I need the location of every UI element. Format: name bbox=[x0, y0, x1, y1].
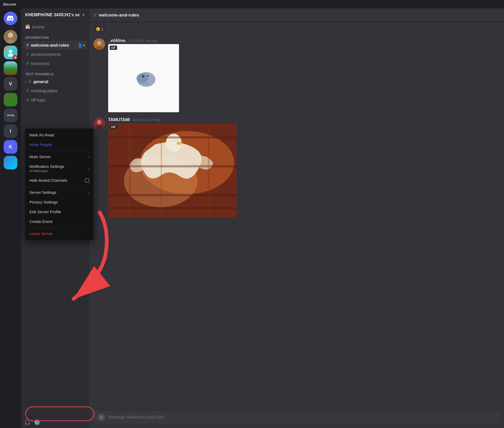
settings-icon[interactable]: ⚙️ bbox=[34, 419, 40, 425]
gif-badge-2: GIF bbox=[110, 125, 117, 129]
svg-point-12 bbox=[141, 82, 142, 84]
reaction-laugh[interactable]: 😆 1 bbox=[93, 26, 106, 32]
svg-point-6 bbox=[97, 41, 102, 45]
server-icon-k[interactable]: K bbox=[4, 140, 17, 154]
title-bar: Discord bbox=[0, 0, 504, 8]
svg-rect-22 bbox=[108, 136, 237, 138]
server-icon-3[interactable] bbox=[4, 61, 17, 75]
channel-name-announcements: announcements bbox=[31, 52, 61, 57]
channel-name-welcome: welcome-and-rules bbox=[31, 43, 69, 48]
ctx-edit-server-profile[interactable]: Edit Server Profile bbox=[25, 207, 93, 217]
messages-area: 😆 1 _vilAlive. 12/27/2021 3:45 AM bbox=[89, 22, 504, 406]
svg-rect-23 bbox=[108, 165, 237, 167]
ctx-server-settings[interactable]: Server Settings › bbox=[25, 188, 93, 197]
server-icon-2[interactable]: 6 bbox=[4, 46, 17, 59]
ctx-privacy-settings[interactable]: Privacy Settings bbox=[25, 197, 93, 207]
gif-image-seagull bbox=[108, 123, 237, 218]
channel-welcome-and-rules[interactable]: # welcome-and-rules 👤+ bbox=[23, 41, 87, 50]
gif-container-vilalive: GIF bbox=[108, 44, 179, 112]
bullet-icon: ▸ bbox=[25, 80, 27, 83]
svg-point-9 bbox=[136, 73, 148, 83]
ctx-mute-server[interactable]: Mute Server › bbox=[25, 152, 93, 162]
events-item[interactable]: 📅 Events bbox=[21, 22, 89, 32]
username-vilalive: _vilAlive. bbox=[108, 38, 126, 43]
message-content-vilalive: _vilAlive. 12/27/2021 3:45 AM bbox=[108, 38, 500, 113]
svg-rect-26 bbox=[129, 123, 130, 218]
channel-header-hash-icon: # bbox=[93, 12, 97, 19]
channel-announcements[interactable]: # announcements bbox=[23, 50, 87, 59]
timestamp-vilalive: 12/27/2021 3:45 AM bbox=[128, 39, 156, 43]
channel-resources[interactable]: # resources bbox=[23, 59, 87, 68]
message-header-vilalive: _vilAlive. 12/27/2021 3:45 AM bbox=[108, 38, 500, 43]
hash-icon: # bbox=[29, 79, 31, 84]
server-icon-i[interactable]: I bbox=[4, 124, 17, 138]
channel-name-off-topic: off-topic bbox=[31, 98, 46, 103]
context-menu: Mark As Read Invite People Mute Server ›… bbox=[25, 129, 93, 240]
hash-icon: # bbox=[26, 88, 29, 94]
server-divider bbox=[6, 27, 15, 28]
ctx-arrow-notification: › bbox=[88, 167, 89, 170]
svg-point-10 bbox=[142, 75, 144, 78]
server-icon-1[interactable] bbox=[4, 30, 17, 44]
channel-meeting-plans[interactable]: # meeting-plans bbox=[23, 87, 87, 95]
add-attachment-button[interactable]: + bbox=[98, 414, 105, 421]
channel-name-meeting: meeting-plans bbox=[31, 89, 57, 93]
ctx-notification-settings[interactable]: Notification Settings All Messages › bbox=[25, 162, 93, 175]
server-icon-6[interactable] bbox=[4, 156, 17, 169]
hash-icon: # bbox=[26, 61, 29, 66]
svg-rect-25 bbox=[108, 207, 237, 209]
message-input[interactable]: Message #welcome-and-rules bbox=[108, 415, 496, 420]
ctx-mark-as-read[interactable]: Mark As Read bbox=[25, 130, 93, 140]
svg-point-13 bbox=[146, 82, 148, 85]
server-sidebar: 6 V AP'SM I K bbox=[0, 8, 21, 428]
ctx-arrow-settings: › bbox=[88, 191, 89, 194]
ctx-leave-server[interactable]: Leave Server bbox=[25, 229, 93, 238]
ctx-divider-3 bbox=[25, 227, 93, 228]
svg-point-1 bbox=[8, 33, 13, 38]
server-icon-discord-home[interactable] bbox=[4, 12, 17, 25]
message-vilalive: _vilAlive. 12/27/2021 3:45 AM bbox=[93, 38, 500, 113]
server-icon-4[interactable] bbox=[4, 93, 17, 106]
ctx-arrow-mute: › bbox=[88, 155, 89, 159]
chevron-down-icon: ▼ bbox=[82, 13, 85, 17]
message-header-tamutami: TAMUTAMI 12/27/2021 3:47 AM bbox=[108, 117, 500, 122]
svg-rect-27 bbox=[161, 123, 162, 218]
hash-icon: # bbox=[26, 42, 29, 48]
message-content-tamutami: TAMUTAMI 12/27/2021 3:47 AM bbox=[108, 117, 500, 219]
ctx-checkbox-hide-muted[interactable] bbox=[85, 178, 89, 183]
svg-point-15 bbox=[97, 120, 102, 125]
ctx-invite-people[interactable]: Invite People bbox=[25, 140, 93, 149]
channel-category-information: INFORMATION bbox=[21, 32, 89, 41]
ctx-divider-1 bbox=[25, 151, 93, 151]
server-icon-apsm[interactable]: AP'SM bbox=[4, 109, 17, 122]
server-badge-2: 6 bbox=[13, 55, 18, 60]
ctx-divider-2 bbox=[25, 186, 93, 186]
gif-container-tamutami: GIF bbox=[108, 123, 237, 218]
channel-name-resources: resources bbox=[31, 61, 49, 66]
main-content: # welcome-and-rules 😆 1 _vilAlive. bbox=[89, 8, 504, 428]
gif-badge-1: GIF bbox=[110, 46, 117, 50]
calendar-icon: 📅 bbox=[25, 24, 30, 29]
message-tamutami: TAMUTAMI 12/27/2021 3:47 AM bbox=[93, 117, 500, 219]
ctx-hide-muted-channels[interactable]: Hide Muted Channels bbox=[25, 175, 93, 185]
server-name: KHEMPHONE 3ARCH1's se bbox=[25, 13, 80, 17]
svg-point-3 bbox=[9, 50, 12, 53]
channel-off-topic[interactable]: # off-topic bbox=[23, 96, 87, 104]
ctx-create-event[interactable]: Create Event bbox=[25, 217, 93, 226]
avatar-vilalive bbox=[93, 38, 105, 50]
hash-icon: # bbox=[26, 97, 29, 103]
channel-name-general: general bbox=[33, 79, 48, 84]
svg-rect-28 bbox=[208, 123, 209, 218]
channel-header: # welcome-and-rules bbox=[89, 8, 504, 22]
channel-category-text: TEXT CHANNELS bbox=[21, 68, 89, 77]
reaction-bar: 😆 1 bbox=[93, 26, 500, 32]
headphone-icon[interactable]: 🎧 bbox=[24, 419, 31, 425]
message-input-bar: + Message #welcome-and-rules bbox=[89, 406, 504, 428]
svg-point-4 bbox=[8, 54, 13, 57]
server-icon-v[interactable]: V bbox=[4, 77, 17, 91]
svg-point-11 bbox=[147, 75, 149, 77]
server-header[interactable]: KHEMPHONE 3ARCH1's se ▼ bbox=[21, 8, 89, 22]
message-input-wrapper: + Message #welcome-and-rules bbox=[93, 411, 500, 424]
channel-general[interactable]: ▸ # general bbox=[23, 77, 87, 86]
app-title: Discord bbox=[3, 2, 16, 6]
